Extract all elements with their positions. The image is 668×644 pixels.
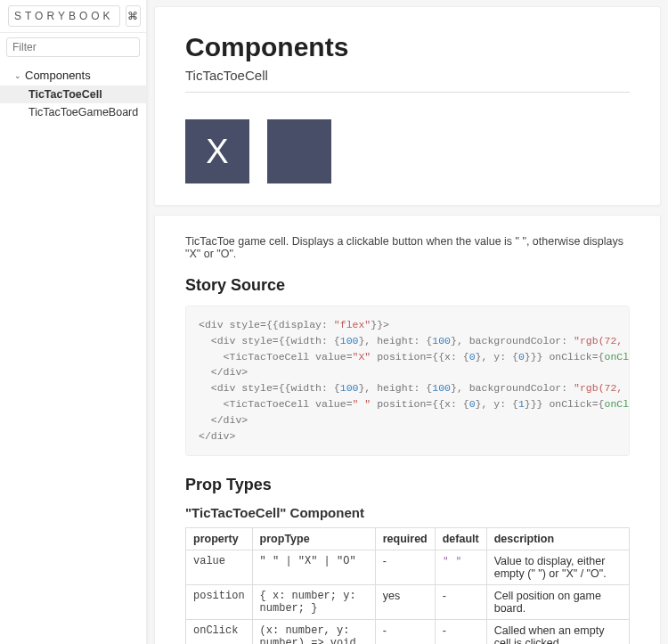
cell-proptype: { x: number; y: number; } <box>252 584 375 619</box>
component-description: TicTacToe game cell. Displays a clickabl… <box>185 235 630 260</box>
th-required: required <box>375 527 435 550</box>
th-description: description <box>486 527 629 550</box>
page-title: Components <box>185 32 630 62</box>
th-property: property <box>186 527 253 550</box>
cell-required: - <box>375 619 435 644</box>
tree-item-tictactoegameboard[interactable]: TicTacToeGameBoard <box>0 103 146 121</box>
sidebar-filter <box>0 33 146 61</box>
sidebar: STORYBOOK ⌘ ⌄ Components TicTacToeCell T… <box>0 0 147 644</box>
main-content: Components TicTacToeCell X TicTacToe gam… <box>147 0 668 644</box>
prop-types-heading: Prop Types <box>185 476 630 494</box>
shortcuts-button[interactable]: ⌘ <box>126 5 141 27</box>
cell-property: position <box>186 584 253 619</box>
filter-input[interactable] <box>6 37 140 57</box>
sidebar-header: STORYBOOK ⌘ <box>0 0 146 33</box>
cell-default: - <box>435 619 486 644</box>
component-table-heading: "TicTacToeCell" Component <box>185 505 630 520</box>
cell-proptype: (x: number, y: number) => void <box>252 619 375 644</box>
storybook-logo: STORYBOOK <box>8 5 120 27</box>
tree-group-label: Components <box>25 69 91 82</box>
preview-panel: Components TicTacToeCell X <box>154 6 661 206</box>
tree-group-components[interactable]: ⌄ Components <box>0 65 146 86</box>
cell-property: value <box>186 550 253 584</box>
cell-default: - <box>435 584 486 619</box>
story-source-heading: Story Source <box>185 276 630 295</box>
tictactoe-cell-filled[interactable]: X <box>185 119 249 183</box>
cell-default: " " <box>435 550 486 584</box>
chevron-down-icon: ⌄ <box>14 71 21 80</box>
tree-item-tictactoecell[interactable]: TicTacToeCell <box>0 86 146 103</box>
sidebar-tree: ⌄ Components TicTacToeCell TicTacToeGame… <box>0 61 146 125</box>
th-proptype: propType <box>252 527 375 550</box>
cell-description: Cell position on game board. <box>486 584 629 619</box>
cell-required: yes <box>375 584 435 619</box>
cell-proptype: " " | "X" | "O" <box>252 550 375 584</box>
table-row: onClick (x: number, y: number) => void -… <box>186 619 630 644</box>
prop-types-table: property propType required default descr… <box>185 527 630 645</box>
table-row: position { x: number; y: number; } yes -… <box>186 584 630 619</box>
table-row: value " " | "X" | "O" - " " Value to dis… <box>186 550 630 584</box>
page-subtitle: TicTacToeCell <box>185 68 630 93</box>
cell-property: onClick <box>186 619 253 644</box>
th-default: default <box>435 527 486 550</box>
info-panel: TicTacToe game cell. Displays a clickabl… <box>154 215 661 644</box>
tictactoe-cell-empty[interactable] <box>267 119 331 183</box>
cell-required: - <box>375 550 435 584</box>
cell-description: Value to display, either empty (" ") or … <box>486 550 629 584</box>
table-header-row: property propType required default descr… <box>186 527 630 550</box>
cell-description: Called when an empty cell is clicked. <box>486 619 629 644</box>
preview-cells: X <box>185 119 630 183</box>
story-source-code: <div style={{display: "flex"}}> <div sty… <box>185 306 630 456</box>
